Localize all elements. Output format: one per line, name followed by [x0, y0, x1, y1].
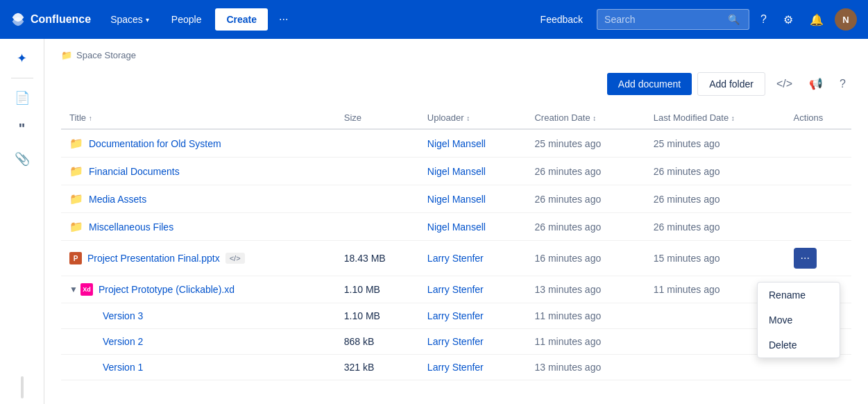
table-row: P Project Presentation Final.pptx </> 18… — [61, 241, 851, 276]
file-link[interactable]: Media Assets — [89, 194, 146, 205]
table-body: 📁 Documentation for Old System Nigel Man… — [61, 129, 851, 380]
share-button[interactable]: 📢 — [803, 71, 828, 96]
cell-actions — [785, 213, 851, 241]
people-nav[interactable]: People — [163, 8, 210, 31]
cell-uploader: Larry Stenfer — [419, 276, 527, 303]
xd-icon: Xd — [80, 283, 93, 296]
sidebar-item-pages[interactable]: 📄 — [8, 84, 36, 112]
cell-creation-date: 13 minutes ago — [526, 355, 645, 380]
table-header: Title ↑ Size Uploader ↕ Creation Date ↕ … — [61, 107, 851, 129]
last-modified-text: 26 minutes ago — [654, 221, 720, 233]
folder-icon: 📁 — [69, 137, 83, 150]
pages-icon: 📄 — [15, 90, 30, 106]
more-nav-button[interactable]: ··· — [273, 8, 293, 31]
table-row: Version 2 868 kBLarry Stenfer11 minutes … — [61, 329, 851, 355]
cell-title: 📁 Financial Documents — [61, 158, 336, 185]
feedback-link[interactable]: Feedback — [532, 8, 591, 31]
sidebar-resizer[interactable] — [21, 376, 24, 398]
question-icon: ? — [840, 78, 846, 90]
cell-size — [336, 213, 419, 241]
creation-date-text: 11 minutes ago — [534, 336, 601, 347]
code-icon: </> — [776, 78, 792, 90]
cell-size: 18.43 MB — [336, 241, 419, 276]
spaces-nav[interactable]: Spaces ▾ — [102, 8, 158, 31]
create-button[interactable]: Create — [215, 8, 268, 31]
col-title[interactable]: Title ↑ — [61, 107, 336, 129]
attachments-icon: 📎 — [15, 151, 30, 167]
creation-date-text: 26 minutes ago — [534, 221, 601, 233]
cell-last-modified: 26 minutes ago — [645, 213, 785, 241]
uploader-link[interactable]: Nigel Mansell — [427, 138, 486, 149]
settings-icon-button[interactable]: ⚙ — [778, 8, 799, 32]
breadcrumb-label: Space Storage — [76, 50, 136, 60]
row-actions-button[interactable]: ··· — [794, 248, 817, 269]
notifications-icon-button[interactable]: 🔔 — [804, 8, 829, 32]
context-menu-move[interactable]: Move — [758, 308, 840, 333]
help-content-button[interactable]: ? — [834, 72, 851, 96]
context-menu-delete[interactable]: Delete — [758, 333, 840, 357]
table-row: Version 1 321 kBLarry Stenfer13 minutes … — [61, 355, 851, 380]
file-link[interactable]: Version 2 — [103, 336, 143, 347]
main-content: 📁 Space Storage Add document Add folder … — [44, 39, 868, 404]
file-table: Title ↑ Size Uploader ↕ Creation Date ↕ … — [61, 107, 851, 380]
cell-actions: ··· — [785, 241, 851, 276]
app-layout: ✦ 📄 " 📎 📁 Space Storage Add document Add… — [0, 39, 868, 404]
file-link[interactable]: Documentation for Old System — [89, 138, 221, 149]
cell-uploader: Larry Stenfer — [419, 355, 527, 380]
sidebar-item-attachments[interactable]: 📎 — [8, 145, 36, 173]
pptx-icon: P — [69, 252, 82, 264]
cell-actions — [785, 185, 851, 213]
add-document-button[interactable]: Add document — [607, 73, 692, 95]
user-avatar[interactable]: N — [835, 8, 857, 31]
cell-last-modified: 25 minutes ago — [645, 129, 785, 158]
sidebar-item-home[interactable]: ✦ — [8, 44, 36, 72]
file-link[interactable]: Miscellaneous Files — [89, 221, 173, 233]
table-row: 📁 Financial Documents Nigel Mansell26 mi… — [61, 158, 851, 185]
cell-title: Version 3 — [61, 303, 336, 329]
cell-title: Version 2 — [61, 329, 336, 355]
file-link[interactable]: Financial Documents — [89, 166, 180, 177]
uploader-link[interactable]: Nigel Mansell — [427, 166, 486, 177]
cell-title: P Project Presentation Final.pptx </> — [61, 241, 336, 276]
cell-creation-date: 26 minutes ago — [526, 158, 645, 185]
sidebar-item-quotes[interactable]: " — [8, 115, 36, 142]
cell-uploader: Larry Stenfer — [419, 241, 527, 276]
search-input[interactable] — [604, 14, 722, 25]
uploader-link[interactable]: Larry Stenfer — [427, 310, 484, 321]
uploader-link[interactable]: Larry Stenfer — [427, 253, 484, 264]
context-menu-rename[interactable]: Rename — [758, 283, 840, 308]
confluence-logo[interactable]: Confluence — [11, 12, 91, 26]
add-folder-button[interactable]: Add folder — [697, 72, 765, 96]
creation-date-text: 25 minutes ago — [534, 138, 601, 149]
embed-code-button[interactable]: </> — [771, 72, 798, 96]
uploader-link[interactable]: Larry Stenfer — [427, 336, 484, 347]
uploader-link[interactable]: Larry Stenfer — [427, 284, 484, 295]
cell-title: Version 1 — [61, 355, 336, 380]
folder-icon: 📁 — [69, 192, 83, 205]
home-icon: ✦ — [17, 51, 27, 66]
table-row: ▼ Xd Project Prototype (Clickable).xd 1.… — [61, 276, 851, 303]
cell-last-modified — [645, 355, 785, 380]
col-last-modified[interactable]: Last Modified Date ↕ — [645, 107, 785, 129]
uploader-link[interactable]: Nigel Mansell — [427, 194, 486, 205]
cell-title: 📁 Miscellaneous Files — [61, 213, 336, 241]
help-icon-button[interactable]: ? — [755, 8, 772, 31]
file-link[interactable]: Project Presentation Final.pptx — [87, 253, 220, 264]
file-link[interactable]: Project Prototype (Clickable).xd — [99, 284, 235, 295]
left-sidebar: ✦ 📄 " 📎 — [0, 39, 44, 404]
uploader-link[interactable]: Larry Stenfer — [427, 362, 484, 373]
search-icon: 🔍 — [728, 14, 740, 25]
last-modified-text: 25 minutes ago — [654, 138, 720, 149]
share-icon: 📢 — [809, 77, 823, 90]
col-uploader[interactable]: Uploader ↕ — [419, 107, 527, 129]
search-bar[interactable]: 🔍 — [597, 9, 749, 30]
expand-toggle[interactable]: ▼ — [69, 285, 78, 294]
file-link[interactable]: Version 1 — [103, 362, 143, 373]
uploader-link[interactable]: Nigel Mansell — [427, 221, 486, 233]
file-link[interactable]: Version 3 — [103, 310, 143, 321]
col-size[interactable]: Size — [336, 107, 419, 129]
cell-last-modified: 26 minutes ago — [645, 185, 785, 213]
cell-creation-date: 26 minutes ago — [526, 213, 645, 241]
cell-size: 1.10 MB — [336, 303, 419, 329]
col-creation-date[interactable]: Creation Date ↕ — [526, 107, 645, 129]
